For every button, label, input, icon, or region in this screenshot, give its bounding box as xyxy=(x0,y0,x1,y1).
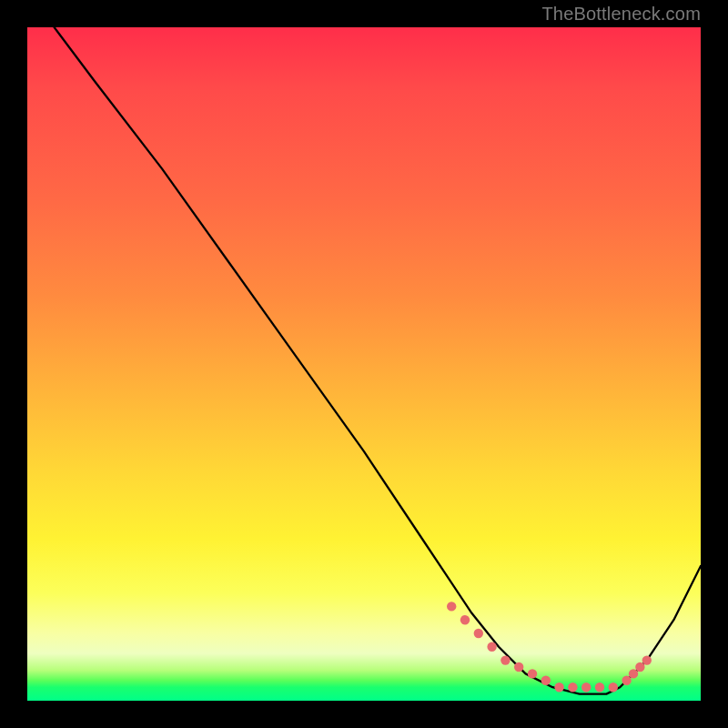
curve-marker xyxy=(487,642,496,652)
curve-marker xyxy=(514,662,523,672)
curve-marker xyxy=(635,662,644,672)
plot-gradient-panel xyxy=(27,27,701,701)
curve-marker xyxy=(568,682,577,692)
curve-marker xyxy=(595,682,604,692)
curve-marker xyxy=(554,682,563,692)
watermark-text: TheBottleneck.com xyxy=(541,4,701,25)
curve-marker xyxy=(460,615,470,624)
chart-stage: TheBottleneck.com xyxy=(0,0,728,728)
curve-marker xyxy=(447,602,456,611)
curve-marker xyxy=(642,655,652,664)
curve-marker xyxy=(528,669,537,678)
curve-svg xyxy=(27,27,701,701)
curve-marker xyxy=(500,655,510,664)
curve-markers xyxy=(447,602,652,692)
curve-marker xyxy=(541,676,551,685)
curve-marker xyxy=(474,629,483,638)
curve-marker xyxy=(581,682,591,692)
curve-marker xyxy=(609,682,618,692)
curve-marker xyxy=(622,676,631,685)
bottleneck-curve xyxy=(55,27,701,694)
curve-marker xyxy=(629,669,638,678)
